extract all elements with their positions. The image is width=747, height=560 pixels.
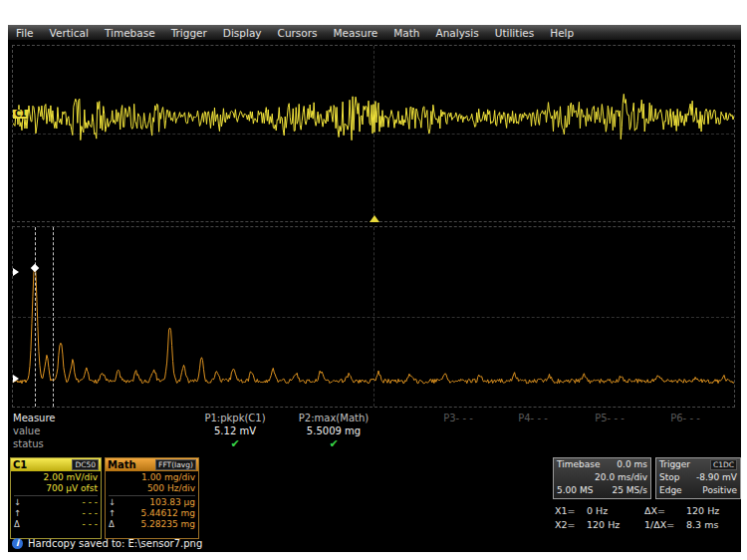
trigger-mode: Stop [659,471,679,484]
c1-coupling-badge: DC50 [72,459,99,470]
cursor-readout: X1= 0 Hz ΔX= 120 Hz X2= 120 Hz 1/ΔX= 8.3… [555,504,740,532]
fft-trace [13,227,734,407]
math-cursor-row: ↓ 103.83 μg [109,497,195,508]
c1-trace-label: C1 [13,110,28,119]
math-cursor2-value: 5.44612 mg [140,508,195,519]
p1-value: 5.12 mV [185,424,285,437]
math-cursor-row: ↑ 5.44612 mg [109,508,195,519]
measure-row-value: value [13,424,40,437]
menu-help[interactable]: Help [542,27,582,39]
trigger-slope: Positive [702,484,737,497]
menu-bar: File Vertical Timebase Trigger Display C… [8,25,741,41]
trigger-source-badge: C1DC [710,459,737,470]
status-message-bar: i Hardcopy saved to: E:\sensor7.png [12,536,202,551]
divider [14,495,98,496]
cursor-readout-row2: X2= 120 Hz 1/ΔX= 8.3 ms [555,518,740,532]
x2-label: X2= [555,518,587,532]
x2-cursor-line[interactable] [53,227,54,407]
measure-p2[interactable]: P2:max(Math) 5.5009 mg ✔ [284,412,383,450]
c1-offset: 700 μV ofst [14,483,98,494]
cursor-down-icon: ↓ [109,497,116,508]
fft-math-panel [12,226,735,408]
c1-cursor2-value: - - - [83,508,98,519]
c1-descriptor-box[interactable]: C1 DC50 2.00 mV/div 700 μV ofst ↓ - - - … [10,457,102,539]
trigger-header-row: Trigger C1DC [659,458,737,471]
x1-label: X1= [555,504,587,518]
menu-trigger[interactable]: Trigger [163,27,215,39]
math-box-header: Math FFT(Iavg) [106,458,198,471]
c1-cursor-row: ↓ - - - [14,497,98,508]
trigger-type: Edge [659,484,682,497]
c1-cursor1-value: - - - [83,497,98,508]
trigger-position-marker[interactable] [370,215,379,222]
menu-analysis[interactable]: Analysis [427,27,486,39]
c1-box-header: C1 DC50 [11,458,101,471]
p6-label: P6- - - [635,412,735,424]
measure-table: Measure value status P1:pkpk(C1) 5.12 mV… [8,412,741,455]
cursor-up-icon: ↑ [109,508,116,519]
math-vertical-scale: 1.00 mg/div [109,472,195,483]
timebase-rate: 25 MS/s [612,484,647,497]
timebase-header-row: Timebase 0.0 ms [557,458,647,471]
check-icon: ✔ [284,437,383,450]
math-function-badge: FFT(Iavg) [155,459,196,470]
math-cursor-delta-value: 5.28235 mg [140,519,195,530]
timebase-scale-row: 20.0 ms/div [557,471,647,484]
math-box-title: Math [108,459,136,470]
invdx-label: 1/ΔX= [644,518,686,532]
c1-cursor-row: ↑ - - - [14,508,98,519]
info-icon: i [12,538,23,549]
p2-value: 5.5009 mg [284,424,383,437]
timebase-sampling-row: 5.00 MS 25 MS/s [557,484,647,497]
menu-vertical[interactable]: Vertical [42,27,97,39]
menu-measure[interactable]: Measure [326,27,386,39]
c1-noise-trace [13,46,734,221]
oscilloscope-screen: File Vertical Timebase Trigger Display C… [8,25,741,552]
timebase-title: Timebase [557,458,600,471]
measure-p1[interactable]: P1:pkpk(C1) 5.12 mV ✔ [185,412,285,450]
c1-cursor-delta-value: - - - [83,519,98,530]
trigger-type-row: Edge Positive [659,484,737,497]
delta-icon: Δ [14,519,20,530]
cursor-readout-row1: X1= 0 Hz ΔX= 120 Hz [555,504,740,518]
math-descriptor-box[interactable]: Math FFT(Iavg) 1.00 mg/div 500 Hz/div ↓ … [105,457,199,539]
menu-math[interactable]: Math [385,27,427,39]
menu-file[interactable]: File [8,27,42,39]
c1-cursor-row: Δ - - - [14,519,98,530]
menu-display[interactable]: Display [215,27,270,39]
timebase-box[interactable]: Timebase 0.0 ms 20.0 ms/div 5.00 MS 25 M… [553,457,651,499]
p6-status [635,437,735,450]
p2-label: P2:max(Math) [284,412,383,424]
x1-value: 0 Hz [587,504,644,518]
timebase-delay: 0.0 ms [617,458,647,471]
math-cursor1-value: 103.83 μg [149,497,195,508]
cursor-up-icon: ↑ [14,508,21,519]
delta-icon: Δ [109,519,115,530]
trigger-level: -8.90 mV [696,471,737,484]
trigger-mode-row: Stop -8.90 mV [659,471,737,484]
channel-waveform-panel: C1 [12,45,735,222]
measure-p6[interactable]: P6- - - [635,412,735,450]
cursor-level-marker [13,268,19,276]
cursor-level-marker [13,375,19,383]
menu-cursors[interactable]: Cursors [270,27,326,39]
x1-cursor-line[interactable] [35,227,36,407]
p6-value [635,424,735,437]
math-cursor-row: Δ 5.28235 mg [109,519,195,530]
trigger-box[interactable]: Trigger C1DC Stop -8.90 mV Edge Positive [655,457,741,499]
dx-label: ΔX= [644,504,686,518]
measure-row-title: Measure [13,412,56,424]
math-horizontal-scale: 500 Hz/div [109,483,195,494]
c1-box-title: C1 [13,459,27,470]
status-message: Hardcopy saved to: E:\sensor7.png [28,538,202,549]
check-icon: ✔ [185,437,285,450]
dx-value: 120 Hz [686,504,740,518]
timebase-scale: 20.0 ms/div [595,471,647,484]
cursor-down-icon: ↓ [14,497,21,508]
invdx-value: 8.3 ms [686,518,740,532]
math-box-body: 1.00 mg/div 500 Hz/div ↓ 103.83 μg ↑ 5.4… [106,471,198,530]
timebase-samples: 5.00 MS [557,484,593,497]
trigger-title: Trigger [659,458,690,471]
menu-timebase[interactable]: Timebase [97,27,163,39]
menu-utilities[interactable]: Utilities [487,27,543,39]
